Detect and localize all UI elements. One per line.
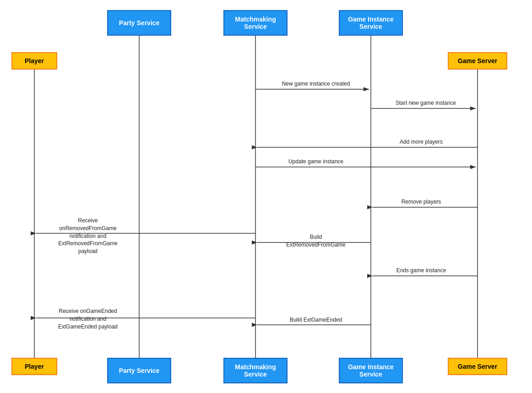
msg-add-more-players: Add more players xyxy=(380,139,462,145)
actor-matchmaking-bottom-label: MatchmakingService xyxy=(235,363,276,378)
msg-build-ext-removed: BuildExtRemovedFromGame xyxy=(266,233,366,249)
msg-receive-game-ended: Receive onGameEndednotification andExtGa… xyxy=(38,307,138,330)
sequence-diagram: Player Party Service MatchmakingService … xyxy=(0,0,532,393)
actor-party-bottom: Party Service xyxy=(107,358,171,383)
msg-update-game-instance: Update game instance xyxy=(266,158,366,165)
actor-party-top-label: Party Service xyxy=(119,19,160,27)
actor-gameserver-bottom-label: Game Server xyxy=(458,363,497,370)
actor-matchmaking-top-label: MatchmakingService xyxy=(235,16,276,30)
msg-ends-game-instance: Ends game instance xyxy=(380,267,462,274)
actor-player-bottom-label: Player xyxy=(25,363,44,370)
actor-gameinstance-bottom-label: Game InstanceService xyxy=(348,363,394,378)
actor-gameserver-bottom: Game Server xyxy=(448,358,507,375)
actor-player-top-label: Player xyxy=(25,57,44,65)
actor-gameserver-top-label: Game Server xyxy=(458,57,497,65)
actor-party-bottom-label: Party Service xyxy=(119,367,160,374)
actor-matchmaking-top: MatchmakingService xyxy=(223,10,288,36)
actor-party-top: Party Service xyxy=(107,10,171,36)
msg-start-new-game-instance: Start new game instance xyxy=(380,100,472,106)
actor-matchmaking-bottom: MatchmakingService xyxy=(223,358,288,383)
msg-build-ext-game-ended: Build ExtGameEnded xyxy=(266,317,366,323)
actor-gameinstance-bottom: Game InstanceService xyxy=(339,358,403,383)
actor-player-bottom: Player xyxy=(11,358,57,375)
actor-gameinstance-top-label: Game InstanceService xyxy=(348,16,394,30)
msg-remove-players: Remove players xyxy=(380,199,462,205)
msg-receive-removed-from-game: ReceiveonRemovedFromGamenotification and… xyxy=(38,217,138,255)
actor-gameinstance-top: Game InstanceService xyxy=(339,10,403,36)
actor-player-top: Player xyxy=(11,52,57,70)
actor-gameserver-top: Game Server xyxy=(448,52,507,70)
msg-new-game-instance-created: New game instance created xyxy=(266,81,366,87)
